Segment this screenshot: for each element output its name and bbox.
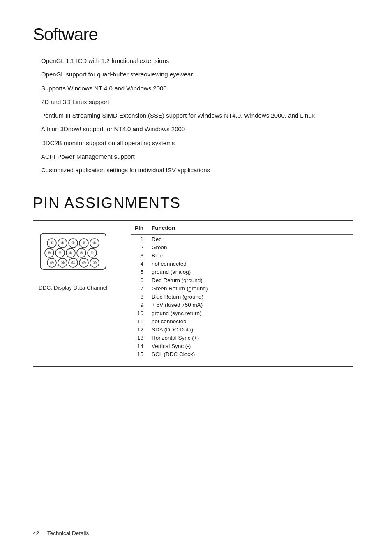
svg-text:⑬: ⑬ <box>71 261 75 265</box>
software-section: Software OpenGL 1.1 ICD with 1.2 functio… <box>33 25 353 175</box>
software-list: OpenGL 1.1 ICD with 1.2 functional exten… <box>33 56 353 175</box>
software-list-item: DDC2B monitor support on all operating s… <box>33 138 353 148</box>
pin-table-row: 8Blue Return (ground) <box>131 292 353 301</box>
svg-text:③: ③ <box>71 241 75 245</box>
vga-connector-diagram: ⑤ ④ ③ ② ① <box>37 229 111 274</box>
pin-number-cell: 4 <box>131 259 148 268</box>
svg-text:⑤: ⑤ <box>50 241 53 245</box>
pin-assignments-section: Pin Assignments ⑤ ④ <box>33 195 353 367</box>
pin-number-cell: 7 <box>131 284 148 292</box>
pin-function-cell: ground (analog) <box>148 268 353 276</box>
svg-text:④: ④ <box>61 241 64 245</box>
pin-table-row: 13Horizontal Sync (+) <box>131 334 353 342</box>
pin-function-cell: not connected <box>148 317 353 325</box>
pin-number-cell: 14 <box>131 342 148 350</box>
pin-number-cell: 6 <box>131 276 148 284</box>
pin-number-cell: 11 <box>131 317 148 325</box>
software-list-item: OpenGL support for quad-buffer stereovie… <box>33 70 353 79</box>
pin-table-row: 5ground (analog) <box>131 268 353 276</box>
software-list-item: Pentium III Streaming SIMD Extension (SS… <box>33 111 353 120</box>
pin-table-area: Pin Function 1Red2Green3Blue4not connect… <box>131 221 353 366</box>
software-list-item: Customized application settings for indi… <box>33 165 353 175</box>
footer-page-number: 42 <box>33 530 39 536</box>
pin-number-cell: 1 <box>131 235 148 243</box>
pin-function-cell: not connected <box>148 259 353 268</box>
pin-table-row: 4not connected <box>131 259 353 268</box>
svg-text:⑮: ⑮ <box>50 261 54 265</box>
pin-function-cell: + 5V (fused 750 mA) <box>148 301 353 309</box>
pin-function-cell: Green Return (ground) <box>148 284 353 292</box>
pin-table-row: 10ground (sync return) <box>131 309 353 317</box>
pin-table-row: 3Blue <box>131 251 353 259</box>
pin-table-row: 9+ 5V (fused 750 mA) <box>131 301 353 309</box>
pin-table-row: 2Green <box>131 243 353 251</box>
pin-table-row: 1Red <box>131 235 353 243</box>
svg-text:②: ② <box>82 241 85 245</box>
pin-function-cell: SCL (DDC Clock) <box>148 350 353 358</box>
pin-number-cell: 8 <box>131 292 148 301</box>
svg-text:①: ① <box>93 241 96 245</box>
pin-col-header: Pin <box>131 221 148 235</box>
svg-text:⑧: ⑧ <box>69 251 72 255</box>
page-footer: 42 Technical Details <box>33 530 89 536</box>
pin-assignments-title: Pin Assignments <box>33 195 353 212</box>
pin-assignments-container: ⑤ ④ ③ ② ① <box>33 220 353 367</box>
pin-table-row: 12SDA (DDC Data) <box>131 325 353 334</box>
svg-text:⑪: ⑪ <box>93 261 97 265</box>
svg-text:⑨: ⑨ <box>58 251 62 255</box>
pin-number-cell: 2 <box>131 243 148 251</box>
svg-text:⑫: ⑫ <box>82 261 86 265</box>
svg-text:⑭: ⑭ <box>61 261 65 265</box>
pin-function-cell: Green <box>148 243 353 251</box>
pin-number-cell: 3 <box>131 251 148 259</box>
pin-diagram-area: ⑤ ④ ③ ② ① <box>33 221 131 299</box>
pin-function-cell: Blue <box>148 251 353 259</box>
svg-text:⑦: ⑦ <box>80 251 83 255</box>
software-list-item: ACPI Power Management support <box>33 152 353 161</box>
page-content: Software OpenGL 1.1 ICD with 1.2 functio… <box>33 25 353 367</box>
software-title: Software <box>33 25 353 44</box>
pin-table-row: 7Green Return (ground) <box>131 284 353 292</box>
function-col-header: Function <box>148 221 353 235</box>
pin-function-cell: Red <box>148 235 353 243</box>
pin-function-cell: ground (sync return) <box>148 309 353 317</box>
pin-table-body: 1Red2Green3Blue4not connected5ground (an… <box>131 235 353 359</box>
pin-function-cell: Red Return (ground) <box>148 276 353 284</box>
pin-function-cell: Horizontal Sync (+) <box>148 334 353 342</box>
pin-function-cell: Vertical Sync (-) <box>148 342 353 350</box>
pin-table-row: 14Vertical Sync (-) <box>131 342 353 350</box>
svg-text:⑥: ⑥ <box>90 251 94 255</box>
software-list-item: Athlon 3Dnow! support for NT4.0 and Wind… <box>33 124 353 134</box>
pin-table-row: 15SCL (DDC Clock) <box>131 350 353 358</box>
software-list-item: 2D and 3D Linux support <box>33 97 353 107</box>
pin-function-cell: SDA (DDC Data) <box>148 325 353 334</box>
software-list-item: OpenGL 1.1 ICD with 1.2 functional exten… <box>33 56 353 65</box>
pin-function-cell: Blue Return (ground) <box>148 292 353 301</box>
pin-table-row: 6Red Return (ground) <box>131 276 353 284</box>
pin-number-cell: 9 <box>131 301 148 309</box>
pin-table-row: 11not connected <box>131 317 353 325</box>
pin-table-header-row: Pin Function <box>131 221 353 235</box>
svg-text:⑩: ⑩ <box>48 251 51 255</box>
pin-number-cell: 5 <box>131 268 148 276</box>
pin-number-cell: 15 <box>131 350 148 358</box>
pin-table: Pin Function 1Red2Green3Blue4not connect… <box>131 221 353 358</box>
ddc-label: DDC: Display Data Channel <box>39 285 127 291</box>
pin-number-cell: 13 <box>131 334 148 342</box>
software-list-item: Supports Windows NT 4.0 and Windows 2000 <box>33 83 353 93</box>
footer-section-name: Technical Details <box>47 530 89 536</box>
pin-number-cell: 12 <box>131 325 148 334</box>
pin-number-cell: 10 <box>131 309 148 317</box>
